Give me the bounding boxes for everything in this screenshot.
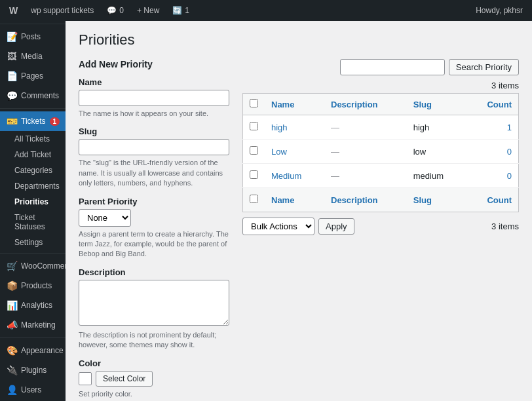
row-count-link[interactable]: 0 [507, 171, 512, 181]
slug-input[interactable] [79, 139, 229, 155]
updates-item[interactable]: 🔄 1 [168, 0, 193, 21]
sidebar-item-label: Users [21, 385, 41, 394]
submenu-all-tickets[interactable]: All Tickets [0, 131, 66, 147]
row-count-link[interactable]: 1 [507, 123, 512, 132]
footer-th-name[interactable]: Name [265, 188, 324, 212]
color-swatch[interactable] [79, 372, 92, 385]
tickets-icon: 🎫 [7, 116, 17, 126]
row-count-link[interactable]: 0 [507, 147, 512, 157]
name-input[interactable] [79, 90, 229, 106]
submenu-label: Settings [14, 238, 43, 247]
row-name-link[interactable]: Low [271, 147, 287, 157]
th-name[interactable]: Name [265, 94, 324, 115]
row-checkbox[interactable] [250, 122, 258, 130]
apply-button[interactable]: Apply [318, 218, 354, 235]
sidebar-item-tickets[interactable]: 🎫 Tickets 1 [0, 111, 66, 131]
th-count[interactable]: Count [466, 94, 519, 115]
sidebar-item-users[interactable]: 👤 Users [0, 380, 66, 400]
submenu-add-ticket[interactable]: Add Ticket [0, 147, 66, 162]
row-check [243, 115, 265, 140]
content-layout: Add New Priority Name The name is how it… [79, 59, 519, 401]
search-button[interactable]: Search Priority [449, 59, 519, 75]
parent-select[interactable]: None [79, 209, 131, 227]
woocommerce-icon: 🛒 [7, 261, 17, 271]
submenu-departments[interactable]: Departments [0, 178, 66, 194]
add-form: Add New Priority Name The name is how it… [79, 59, 229, 401]
new-item[interactable]: + New [133, 0, 163, 21]
color-label: Color [79, 358, 229, 368]
sidebar-item-label: WooCommerce [21, 261, 66, 271]
sidebar-item-pages[interactable]: 📄 Pages [0, 66, 66, 86]
parent-field-group: Parent Priority None Assign a parent ter… [79, 197, 229, 259]
sidebar-item-marketing[interactable]: 📣 Marketing [0, 315, 66, 335]
name-hint: The name is how it appears on your site. [79, 109, 229, 119]
color-picker-row: Select Color [79, 371, 229, 387]
sidebar-item-posts[interactable]: 📝 Posts [0, 27, 66, 47]
parent-hint: Assign a parent term to create a hierarc… [79, 229, 229, 259]
slug-field-group: Slug The "slug" is the URL-friendly vers… [79, 126, 229, 188]
wp-icon: W [9, 5, 18, 16]
bulk-actions-row: Bulk Actions Delete Apply [242, 218, 354, 235]
tickets-badge: 1 [50, 117, 60, 126]
description-field-group: Description The description is not promi… [79, 267, 229, 351]
page-title: Priorities [79, 31, 519, 48]
site-name-item[interactable]: wp support tickets [27, 0, 98, 21]
th-slug[interactable]: Slug [407, 94, 466, 115]
table-footer-header-row: Name Description Slug Count [243, 188, 519, 212]
admin-bar: W wp support tickets 💬 0 + New 🔄 1 Howdy… [0, 0, 532, 21]
submenu-settings[interactable]: Settings [0, 235, 66, 250]
select-all-checkbox[interactable] [250, 99, 258, 107]
posts-icon: 📝 [7, 31, 17, 42]
footer-th-slug[interactable]: Slug [407, 188, 466, 212]
sidebar-item-label: Marketing [21, 320, 56, 330]
th-check [243, 94, 265, 115]
submenu-priorities[interactable]: Priorities [0, 194, 66, 210]
submenu-label: Ticket Statuses [14, 213, 59, 231]
row-name: Low [265, 140, 324, 164]
row-check [243, 140, 265, 164]
name-field-group: Name The name is how it appears on your … [79, 77, 229, 119]
table-row: high — high 1 [243, 115, 519, 140]
sidebar-item-woocommerce[interactable]: 🛒 WooCommerce [0, 256, 66, 276]
footer-th-count[interactable]: Count [466, 188, 519, 212]
analytics-icon: 📊 [7, 300, 17, 311]
sidebar-item-media[interactable]: 🖼 Media [0, 47, 66, 66]
submenu-label: Priorities [14, 197, 48, 206]
comments-item[interactable]: 💬 0 [103, 0, 128, 21]
row-checkbox[interactable] [250, 146, 258, 155]
new-label: + New [137, 6, 159, 15]
table-area: Search Priority 3 items Name Description… [242, 59, 519, 235]
submenu-label: Departments [14, 181, 60, 191]
sidebar-item-label: Media [21, 52, 43, 61]
th-description[interactable]: Description [324, 94, 407, 115]
submenu-ticket-statuses[interactable]: Ticket Statuses [0, 210, 66, 235]
description-input[interactable] [79, 280, 229, 326]
sidebar-item-plugins[interactable]: 🔌 Plugins [0, 360, 66, 380]
howdy-text: Howdy, pkhsr [476, 6, 523, 15]
search-input[interactable] [340, 59, 445, 75]
bulk-actions-select[interactable]: Bulk Actions Delete [242, 218, 314, 235]
sidebar-item-analytics[interactable]: 📊 Analytics [0, 296, 66, 315]
row-name-link[interactable]: high [271, 123, 288, 132]
footer-th-description[interactable]: Description [324, 188, 407, 212]
media-icon: 🖼 [7, 51, 17, 62]
sidebar-item-appearance[interactable]: 🎨 Appearance [0, 341, 66, 360]
marketing-icon: 📣 [7, 320, 17, 330]
howdy-item[interactable]: Howdy, pkhsr [472, 0, 527, 21]
footer-select-all-checkbox[interactable] [250, 195, 258, 203]
row-description: — [324, 140, 407, 164]
sidebar-item-label: Comments [21, 91, 59, 100]
name-label: Name [79, 77, 229, 87]
color-picker-button[interactable]: Select Color [96, 371, 153, 387]
table-footer: Bulk Actions Delete Apply 3 items [242, 218, 519, 235]
comments-sidebar-icon: 💬 [7, 90, 17, 101]
row-name-link[interactable]: Medium [271, 171, 301, 181]
row-checkbox[interactable] [250, 170, 258, 179]
sidebar-item-products[interactable]: 📦 Products [0, 276, 66, 296]
wp-logo-item[interactable]: W [5, 0, 22, 21]
sidebar-item-comments[interactable]: 💬 Comments [0, 86, 66, 105]
admin-bar-right: Howdy, pkhsr [472, 0, 527, 21]
submenu-categories[interactable]: Categories [0, 162, 66, 178]
row-count: 0 [466, 140, 519, 164]
admin-bar-left: W wp support tickets 💬 0 + New 🔄 1 [5, 0, 472, 21]
